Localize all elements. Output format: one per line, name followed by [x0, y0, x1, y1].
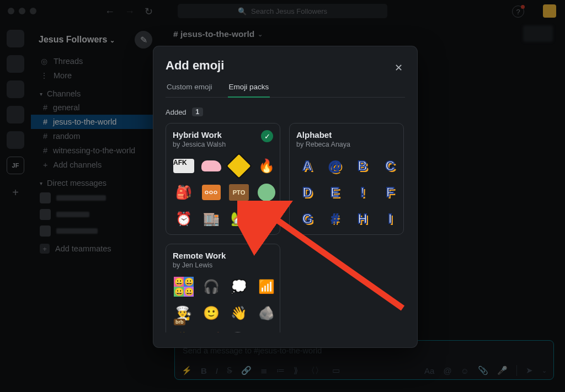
- emoji-slipper: [200, 155, 222, 177]
- rail-workspace-1[interactable]: [7, 30, 24, 47]
- dm-item-3[interactable]: [31, 223, 160, 239]
- emoji-icon[interactable]: ☺: [461, 366, 469, 375]
- codeblock-icon[interactable]: ▭: [332, 366, 340, 375]
- emoji-brb-chef: 👨‍🍳: [173, 302, 195, 324]
- strike-icon[interactable]: S̶: [227, 366, 232, 375]
- pack-title: Alphabet: [296, 130, 397, 139]
- close-icon[interactable]: ✕: [391, 58, 406, 77]
- list-icon[interactable]: ≣: [260, 366, 268, 375]
- message-toolbar: ⚡ B I S̶ 🔗 ≣ ≔ ⟫ 〈〉 ▭ Aa @ ☺ 📎 🎤 ➤ ⌄: [175, 362, 553, 379]
- message-placeholder: Send a message to #jesus-to-the-world: [183, 346, 546, 355]
- search-icon: 🔍: [238, 7, 247, 15]
- pack-alphabet[interactable]: Alphabet by Rebeca Anaya A @ B C D E ! F…: [289, 123, 404, 235]
- channel-members[interactable]: [523, 25, 553, 42]
- channel-title: # jesus-to-the-world: [173, 29, 254, 39]
- help-icon[interactable]: ?: [512, 6, 524, 18]
- emoji-letter-f: F: [379, 181, 401, 203]
- emoji-letter-excl: !: [351, 181, 374, 203]
- numlist-icon[interactable]: ≔: [276, 366, 285, 375]
- pack-title: Remote Work: [173, 251, 273, 260]
- emoji-letter-hash: #: [324, 208, 346, 230]
- send-chevron-icon[interactable]: ⌄: [542, 367, 547, 374]
- pack-remote-work[interactable]: Remote Work by Jen Lewis 😀😀😀😀 🎧 💭 📶 👨‍🍳 …: [166, 244, 280, 332]
- channel-jesus-to-the-world[interactable]: #jesus-to-the-world: [31, 115, 160, 129]
- sidebar: Jesus Followers ⌄ ✎ ◎Threads ⋮More ▾Chan…: [31, 22, 160, 392]
- search-input[interactable]: 🔍 Search Jesus Followers: [178, 4, 387, 18]
- emoji-broom: 🧹: [200, 329, 222, 332]
- channel-witnessing[interactable]: #witnessing-to-the-world: [31, 143, 160, 158]
- history-icon[interactable]: ↻: [145, 6, 153, 18]
- emoji-commute-sign: [228, 155, 250, 177]
- workspace-rail: JF +: [0, 22, 31, 392]
- rail-workspace-3[interactable]: [7, 80, 24, 98]
- threads-icon: ◎: [40, 57, 48, 66]
- emoji-pto: PTO: [228, 181, 250, 203]
- pack-added-check-icon: ✓: [261, 130, 273, 142]
- emoji-letter-d: D: [296, 181, 318, 203]
- link-icon[interactable]: 🔗: [241, 366, 252, 375]
- bold-icon[interactable]: B: [201, 366, 207, 375]
- dm-item-1[interactable]: [31, 190, 160, 206]
- italic-icon[interactable]: I: [216, 366, 218, 375]
- add-workspace-icon[interactable]: +: [12, 186, 19, 199]
- send-icon[interactable]: ➤: [526, 366, 533, 375]
- emoji-wave: 👋: [228, 302, 250, 324]
- sidebar-more[interactable]: ⋮More: [31, 68, 160, 83]
- channel-header[interactable]: # jesus-to-the-world ⌄: [160, 22, 565, 46]
- tab-emoji-packs[interactable]: Emoji packs: [228, 83, 270, 98]
- mic-icon[interactable]: 🎤: [497, 366, 508, 375]
- add-teammates[interactable]: +Add teammates: [31, 239, 160, 258]
- emoji-stones: 🪨: [255, 302, 278, 324]
- emoji-park: 🅿️: [255, 208, 278, 230]
- channels-header[interactable]: ▾Channels: [31, 83, 160, 100]
- rail-workspace-5[interactable]: [7, 131, 24, 149]
- attach-icon[interactable]: 📎: [478, 366, 488, 375]
- emoji-letter-b: B: [351, 155, 374, 177]
- shortcut-icon[interactable]: ⚡: [182, 366, 192, 375]
- mention-icon[interactable]: @: [443, 366, 451, 375]
- channel-general[interactable]: #general: [31, 100, 160, 115]
- emoji-headphone-smile: 🎧: [200, 276, 222, 298]
- emoji-smile: 🙂: [200, 302, 222, 324]
- emoji-letter-at: @: [324, 155, 346, 177]
- modal-title: Add emoji: [166, 58, 405, 73]
- added-label: Added: [166, 108, 186, 116]
- back-arrow-icon[interactable]: ←: [105, 6, 115, 18]
- search-placeholder: Search Jesus Followers: [251, 7, 327, 15]
- rail-workspace-jf[interactable]: JF: [7, 157, 24, 174]
- tab-custom-emoji[interactable]: Custom emoji: [166, 83, 214, 97]
- emoji-letter-i: I: [379, 208, 401, 230]
- dm-item-2[interactable]: [31, 206, 160, 223]
- emoji-thought-smile: 💭: [228, 276, 250, 298]
- aa-icon[interactable]: Aa: [424, 366, 434, 375]
- channel-random[interactable]: #random: [31, 129, 160, 143]
- emoji-alarm: ⏰: [173, 208, 195, 230]
- emoji-here: [255, 329, 278, 332]
- added-count-badge: 1: [192, 108, 204, 116]
- emoji-letter-c: C: [379, 155, 401, 177]
- chevron-down-icon: ⌄: [258, 31, 263, 38]
- sidebar-threads[interactable]: ◎Threads: [31, 54, 160, 68]
- rail-workspace-2[interactable]: [7, 55, 24, 73]
- pack-author: by Jessica Walsh: [173, 141, 273, 148]
- compose-button[interactable]: ✎: [135, 31, 152, 49]
- emoji-grill: 🔥: [255, 155, 278, 177]
- pack-hybrid-work[interactable]: ✓ Hybrid Work by Jessica Walsh AFK 🔥 🎒 O…: [166, 123, 280, 235]
- emoji-house: 🏡: [228, 208, 250, 230]
- user-avatar[interactable]: [543, 4, 556, 18]
- code-icon[interactable]: 〈〉: [307, 366, 323, 376]
- add-channels[interactable]: +Add channels: [31, 158, 160, 172]
- emoji-spa: [255, 181, 278, 203]
- rail-workspace-4[interactable]: [7, 106, 24, 123]
- workspace-name[interactable]: Jesus Followers ⌄: [39, 35, 115, 45]
- emoji-backpack: 🎒: [173, 181, 195, 203]
- emoji-grid-hybrid: AFK 🔥 🎒 OOO PTO ⏰ 🏬 🏡 🅿️: [173, 155, 273, 230]
- emoji-letter-e: E: [324, 181, 346, 203]
- added-row: Added 1: [166, 108, 405, 116]
- add-emoji-modal: Add emoji ✕ Custom emoji Emoji packs Add…: [153, 46, 417, 347]
- emoji-letter-a: A: [296, 155, 318, 177]
- emoji-grid-remote: 😀😀😀😀 🎧 💭 📶 👨‍🍳 🙂 👋 🪨 🐈 🧹 👨‍🍳: [173, 276, 273, 332]
- dm-header[interactable]: ▾Direct messages: [31, 172, 160, 190]
- forward-arrow-icon[interactable]: →: [125, 6, 135, 18]
- quote-icon[interactable]: ⟫: [294, 366, 298, 375]
